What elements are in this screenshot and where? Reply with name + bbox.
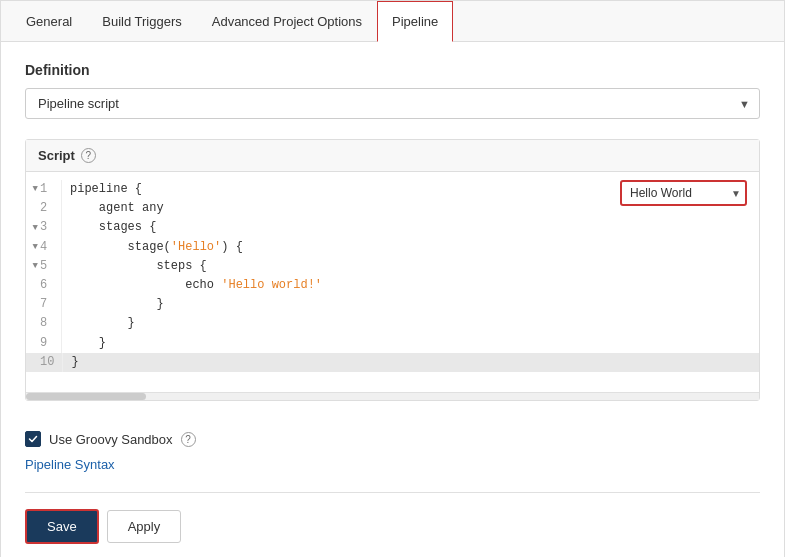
tab-build-triggers[interactable]: Build Triggers [87, 1, 196, 42]
line-content-2: agent any [70, 199, 164, 218]
line-num-3: ▼3 [26, 218, 62, 237]
line-content-4: stage('Hello') { [70, 238, 243, 257]
code-line-6: 6 echo 'Hello world!' [26, 276, 759, 295]
page-container: General Build Triggers Advanced Project … [0, 0, 785, 557]
scrollbar-thumb [26, 393, 146, 400]
tab-general[interactable]: General [11, 1, 87, 42]
code-line-3: ▼3 stages { [26, 218, 759, 237]
script-help-icon[interactable]: ? [81, 148, 96, 163]
line-num-7: 7 [26, 295, 62, 314]
groovy-sandbox-row: Use Groovy Sandbox ? [25, 417, 760, 457]
definition-select-wrapper: Pipeline script Pipeline script from SCM… [25, 88, 760, 119]
script-header: Script ? [26, 140, 759, 172]
line-num-4: ▼4 [26, 238, 62, 257]
line-content-7: } [70, 295, 164, 314]
tab-pipeline[interactable]: Pipeline [377, 1, 453, 42]
save-button[interactable]: Save [25, 509, 99, 544]
apply-button[interactable]: Apply [107, 510, 182, 543]
pipeline-syntax-link[interactable]: Pipeline Syntax [25, 457, 115, 472]
script-label: Script [38, 148, 75, 163]
editor-dropdown-container: Hello World Example 1 Scripted Pipeline … [620, 180, 747, 206]
footer-divider [25, 492, 760, 493]
code-line-7: 7 } [26, 295, 759, 314]
toggle-4[interactable]: ▼ [30, 240, 38, 254]
line-num-5: ▼5 [26, 257, 62, 276]
line-content-1: pipeline { [70, 180, 142, 199]
code-line-9: 9 } [26, 334, 759, 353]
checkmark-icon [28, 434, 38, 444]
line-content-10: } [71, 353, 78, 372]
toggle-5[interactable]: ▼ [30, 259, 38, 273]
script-section: Script ? ▼1 pipeline { 2 agent any [25, 139, 760, 401]
line-num-1: ▼1 [26, 180, 62, 199]
code-line-4: ▼4 stage('Hello') { [26, 238, 759, 257]
line-num-8: 8 [26, 314, 62, 333]
code-line-10: 10 } [26, 353, 759, 372]
groovy-help-icon[interactable]: ? [181, 432, 196, 447]
line-content-5: steps { [70, 257, 207, 276]
main-content: Definition Pipeline script Pipeline scri… [1, 42, 784, 557]
line-content-8: } [70, 314, 135, 333]
line-num-10: 10 [26, 353, 63, 372]
code-editor-container: ▼1 pipeline { 2 agent any ▼3 stages { [26, 172, 759, 392]
line-content-6: echo 'Hello world!' [70, 276, 322, 295]
line-num-9: 9 [26, 334, 62, 353]
code-line-8: 8 } [26, 314, 759, 333]
groovy-sandbox-label: Use Groovy Sandbox [49, 432, 173, 447]
definition-select[interactable]: Pipeline script Pipeline script from SCM [25, 88, 760, 119]
code-line-5: ▼5 steps { [26, 257, 759, 276]
toggle-3[interactable]: ▼ [30, 221, 38, 235]
editor-dropdown-wrapper: Hello World Example 1 Scripted Pipeline … [620, 180, 747, 206]
line-content-3: stages { [70, 218, 156, 237]
line-content-9: } [70, 334, 106, 353]
footer-buttons: Save Apply [25, 509, 760, 544]
horizontal-scrollbar[interactable] [26, 392, 759, 400]
tab-advanced-project-options[interactable]: Advanced Project Options [197, 1, 377, 42]
groovy-sandbox-checkbox[interactable] [25, 431, 41, 447]
editor-sample-select[interactable]: Hello World Example 1 Scripted Pipeline [620, 180, 747, 206]
toggle-1[interactable]: ▼ [30, 182, 38, 196]
definition-label: Definition [25, 62, 760, 78]
line-num-6: 6 [26, 276, 62, 295]
tabs-bar: General Build Triggers Advanced Project … [1, 1, 784, 42]
line-num-2: 2 [26, 199, 62, 218]
